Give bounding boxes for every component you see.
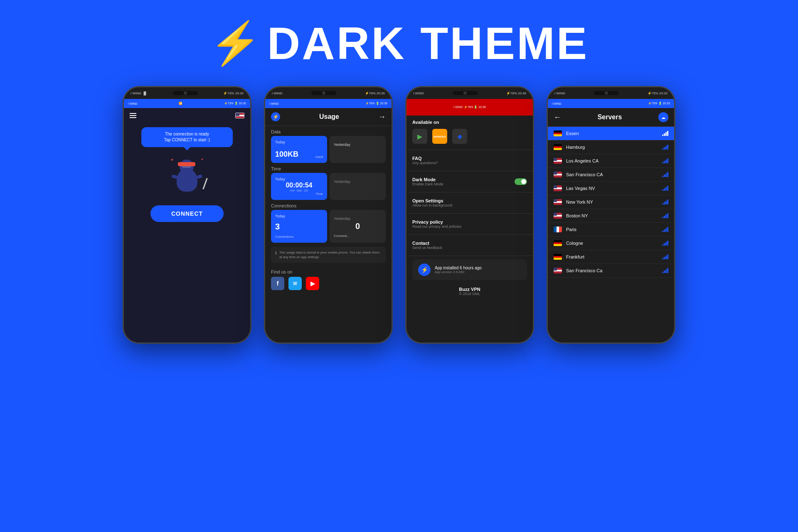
conn-today-label: Today [275, 214, 285, 218]
conn-yest-period: Yesterday [334, 217, 350, 221]
server-item-paris[interactable]: Paris [548, 223, 674, 236]
signal-essen [662, 131, 668, 136]
conn-yesterday-card: Yesterday 0 Connecti... [330, 210, 386, 243]
time-format: HH : MM : SS [275, 189, 323, 192]
signal-boston [662, 213, 668, 218]
find-us-section: Find us on f W ▶ [265, 267, 392, 293]
conn-today-card: Today 3 Connections [271, 210, 327, 243]
time-text: 20:30 [235, 91, 244, 95]
today-value: 100KB [275, 150, 298, 159]
server-name-paris: Paris [566, 227, 658, 232]
time-cards: Today 00:00:54 HH : MM : SS Time Yesterd… [265, 173, 392, 200]
flag-us-boston [554, 213, 562, 219]
signal-lv [662, 186, 668, 191]
signal-paris [662, 227, 668, 232]
phone3-screen: Available on ▶ amazon ◆ FAQ A [406, 116, 533, 344]
server-item-ny[interactable]: New York NY [548, 195, 674, 209]
opensettings-item[interactable]: Open Settings Allow run in background [406, 194, 533, 212]
cloud-icon[interactable]: ☁ [658, 112, 668, 122]
data-section-label: Data [265, 126, 392, 136]
opensettings-title: Open Settings [412, 198, 452, 203]
darkmode-toggle[interactable] [515, 178, 527, 185]
phone3-camera [453, 91, 478, 95]
flag-de-hamburg [554, 144, 562, 150]
bolt-icon: ⚡ [209, 19, 263, 68]
phone2-top: I WIND ⚡76% 20:36 [265, 87, 392, 99]
connection-message: The connection is readyTap CONNECT to st… [164, 132, 210, 142]
bolt-button[interactable]: ⚡ [271, 112, 280, 121]
back-arrow[interactable]: ← [554, 113, 561, 122]
connections-cards: Today 3 Connections Yesterday 0 Connecti… [265, 210, 392, 243]
signal-bars: ▐▌ [143, 91, 147, 95]
flag-us-sf2 [554, 268, 562, 273]
ninja-head [180, 160, 194, 174]
hamburger-menu[interactable] [130, 113, 136, 118]
flag-icon[interactable] [235, 113, 244, 118]
server-item-cologne[interactable]: Cologne [548, 236, 674, 250]
connections-label: Connections [265, 200, 392, 210]
status-left: I WIND ▐▌ [131, 91, 147, 95]
server-item-essen[interactable]: Essen [548, 127, 674, 140]
server-item-lv[interactable]: Las Vegas NV [548, 182, 674, 195]
phone-4: I WIND ⚡75% 20:33 I WIND ⚡75% 🔋 20:33 ← … [547, 86, 675, 344]
privacy-item[interactable]: Privacy policy Read our privacy and poli… [406, 215, 533, 233]
server-list: Essen Hamburg Los Angeles CA [548, 127, 674, 278]
contact-sub: Send us feedback [412, 246, 442, 250]
carrier-text: I WIND [131, 91, 141, 95]
flag-us-lv [554, 185, 562, 191]
phone-1: I WIND ▐▌ ⚡73% 20:30 I WIND 📶 ⚡73% 🔋 20:… [123, 86, 251, 344]
divider6 [406, 256, 533, 256]
app-installed-text: App installed 6 hours ago [435, 266, 482, 270]
page-title: ⚡ DARK THEME [0, 17, 798, 69]
app-version-text: App version 2.6.860 [435, 270, 482, 274]
find-us-label: Find us on [271, 269, 386, 274]
server-item-hamburg[interactable]: Hamburg [548, 140, 674, 154]
flag-fr-paris [554, 227, 562, 232]
signal-hamburg [662, 145, 668, 150]
faq-item[interactable]: FAQ Any questions? [406, 152, 533, 169]
server-name-frankfurt: Frankfurt [566, 254, 658, 259]
time-value: 00:00:54 [275, 182, 323, 189]
time-today-card: Today 00:00:54 HH : MM : SS Time [271, 173, 327, 200]
contact-title: Contact [412, 241, 442, 246]
contact-item[interactable]: Contact Send us feedback [406, 236, 533, 254]
buzz-vpn-title: Buzz VPN [412, 287, 527, 292]
available-title: Available on [412, 120, 527, 125]
server-name-sf2: San Francisco Ca [566, 268, 658, 273]
conn-yest-label: Connecti... [334, 234, 350, 238]
other-store-icon[interactable]: ◆ [452, 129, 467, 144]
youtube-button[interactable]: ▶ [306, 277, 319, 290]
conn-today-value: 3 [275, 222, 280, 232]
connect-button[interactable]: CONNECT [150, 205, 224, 222]
google-play-icon[interactable]: ▶ [412, 129, 427, 144]
server-item-la[interactable]: Los Angeles CA [548, 154, 674, 168]
darkmode-item[interactable]: Dark Mode Enable Dark Mode [406, 173, 533, 190]
amazon-icon[interactable]: amazon [432, 129, 447, 144]
server-item-sf[interactable]: San Francisco CA [548, 168, 674, 182]
twitter-button[interactable]: W [288, 277, 302, 290]
sparkle-right: ✦ [201, 158, 204, 161]
server-item-frankfurt[interactable]: Frankfurt [548, 250, 674, 264]
phone1-screen: The connection is readyTap CONNECT to st… [124, 108, 250, 344]
battery-text: ⚡73% [223, 91, 234, 95]
sparkle-left: ✦ [170, 158, 174, 162]
facebook-button[interactable]: f [271, 277, 284, 290]
today-unit: Used [315, 155, 323, 159]
server-name-boston: Boston NY [566, 213, 658, 218]
signal-la [662, 158, 668, 163]
server-name-sf: San Francisco CA [566, 172, 658, 177]
flag-de-frankfurt [554, 254, 562, 260]
conn-today-text: Connections [275, 235, 293, 239]
yesterday-period: Yesterday [334, 143, 350, 147]
faq-sub: Any questions? [412, 161, 438, 165]
arrow-right[interactable]: → [378, 113, 386, 121]
flag-de-cologne [554, 240, 562, 246]
server-item-sf2[interactable]: San Francisco Ca [548, 264, 674, 278]
ninja-character: ✦ ✦ [166, 155, 208, 197]
server-item-boston[interactable]: Boston NY [548, 209, 674, 223]
phone4-screen: ← Servers ☁ Essen Hamburg [548, 108, 674, 344]
phone4-top: I WIND ⚡75% 20:33 [548, 87, 674, 99]
info-box: ℹ The usage data is stored in your mobil… [271, 247, 386, 263]
phone3-top: I WIND ⚡76% 20:36 [406, 87, 533, 99]
speech-bubble: The connection is readyTap CONNECT to st… [141, 127, 233, 147]
